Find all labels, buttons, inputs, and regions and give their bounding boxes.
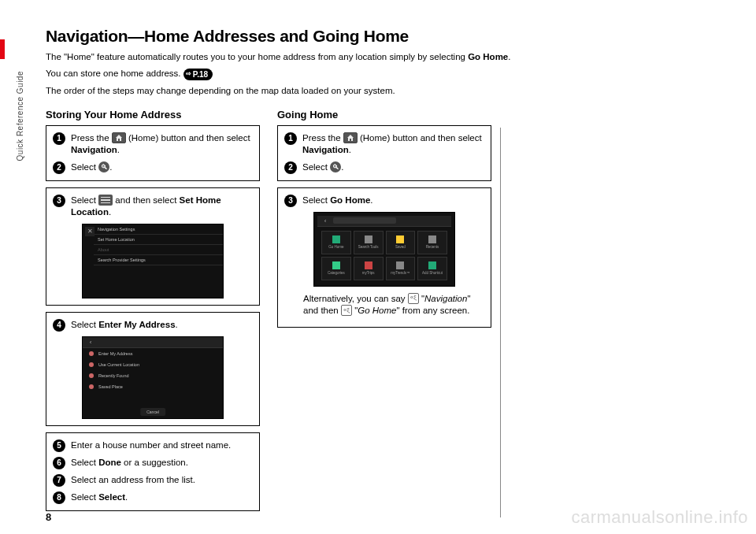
- ss-lbl: Recently Found: [98, 373, 129, 378]
- enter-address-screenshot: ‹ Enter My Address Use Current Location …: [82, 336, 224, 419]
- tile-icon: [365, 261, 372, 269]
- step-text: Enter a house number and street name.: [71, 439, 253, 452]
- step-text: Select Go Home.: [302, 195, 484, 207]
- where-to-screenshot: ‹ Go HomeSearch ToolsSavedRecentsCategor…: [313, 212, 455, 287]
- step-text: Select an address from the list.: [71, 474, 253, 487]
- badge-label: P.18: [193, 69, 208, 80]
- storing-box-4: 5 Enter a house number and street name. …: [46, 432, 260, 511]
- nav-settings-screenshot: ✕ Navigation Settings Set Home Location …: [82, 224, 224, 299]
- ss-row: Enter My Address: [83, 348, 223, 359]
- step-text: Select and then select Set Home Location…: [71, 195, 253, 219]
- step-number-icon: 1: [284, 132, 297, 145]
- ss-tile: Recents: [417, 231, 447, 254]
- t: " from any screen.: [396, 306, 469, 315]
- voice-icon: «ξ: [341, 305, 352, 316]
- intro-text: You can store one home address.: [46, 69, 183, 78]
- t: Done: [98, 458, 121, 467]
- storing-box-2: 3 Select and then select Set Home Locati…: [46, 187, 260, 306]
- voice-icon: «ξ: [408, 293, 419, 304]
- tile-label: myTrends™: [391, 271, 410, 275]
- t: or a suggestion.: [121, 458, 188, 467]
- ss-tile: Categories: [321, 257, 351, 280]
- intro-block: The "Home" feature automatically routes …: [46, 50, 731, 98]
- step-1: 1 Press the (Home) button and then selec…: [53, 132, 253, 157]
- t: Select: [71, 458, 98, 467]
- step-number-icon: 4: [53, 319, 65, 332]
- tile-icon: [396, 235, 404, 243]
- ss-tile: myTrends™: [386, 257, 416, 280]
- tile-icon: [428, 261, 436, 269]
- home-icon: [112, 132, 126, 143]
- t: .: [176, 320, 178, 329]
- t: .: [125, 492, 128, 502]
- step-number-icon: 7: [53, 474, 65, 487]
- t: Enter My Address: [98, 320, 175, 329]
- column-going-home: Going Home 1 Press the (Home) button and…: [277, 109, 491, 517]
- menu-icon: [98, 195, 113, 206]
- tile-icon: [332, 261, 340, 269]
- tile-grid: Go HomeSearch ToolsSavedRecentsCategorie…: [317, 227, 451, 284]
- step-text: Select Select.: [71, 491, 253, 504]
- t: and then select: [113, 195, 179, 205]
- t: Select: [71, 195, 98, 205]
- page-ref-badge: ⇨P.18: [183, 69, 213, 80]
- step-number-icon: 2: [53, 161, 65, 174]
- step-1: 1 Press the (Home) button and then selec…: [284, 132, 484, 157]
- t: ": [419, 294, 424, 303]
- ss-row: About: [94, 245, 223, 255]
- go-home-bold: Go Home: [468, 52, 508, 61]
- step-text: Press the (Home) button and then select …: [302, 132, 484, 157]
- ss-header: ‹: [83, 337, 223, 348]
- ss-lbl: Use Current Location: [98, 362, 139, 367]
- intro-text: The "Home" feature automatically routes …: [46, 52, 468, 61]
- t: Select: [71, 162, 98, 172]
- page-title: Navigation—Home Addresses and Going Home: [46, 27, 731, 46]
- step-number-icon: 3: [284, 195, 297, 207]
- t: Select: [98, 492, 125, 502]
- back-icon: ‹: [86, 337, 95, 347]
- ss-row: Set Home Location: [94, 235, 223, 245]
- step-text: Select 🔍︎.: [71, 161, 253, 174]
- ss-row: Recently Found: [83, 370, 223, 381]
- ss-tile: Add Shortcut: [417, 257, 447, 280]
- step-number-icon: 2: [284, 161, 297, 174]
- ss-search: [333, 217, 396, 224]
- ss-row: Search Provider Settings: [94, 255, 223, 265]
- back-icon: ‹: [321, 216, 330, 225]
- t: (Home) button and then select: [358, 133, 482, 143]
- tile-label: Saved: [395, 245, 406, 249]
- ss-tile: Search Tools: [354, 231, 384, 254]
- columns: Storing Your Home Address 1 Press the (H…: [46, 109, 731, 517]
- tile-label: Categories: [328, 271, 345, 275]
- column-storing: Storing Your Home Address 1 Press the (H…: [46, 109, 260, 517]
- storing-box-3: 4 Select Enter My Address. ‹ Enter My Ad…: [46, 312, 260, 426]
- step-text: Select 🔍︎.: [302, 161, 484, 174]
- close-icon: ✕: [85, 227, 94, 236]
- tile-label: myTrips: [362, 271, 375, 275]
- ss-header: ‹: [317, 216, 451, 227]
- step-text: Select Done or a suggestion.: [71, 457, 253, 469]
- t: Alternatively, you can say: [303, 294, 408, 303]
- t: Select: [302, 162, 330, 172]
- ss-cancel: Cancel: [140, 408, 165, 416]
- step-text: Select Enter My Address.: [71, 319, 253, 332]
- ss-lbl: Saved Place: [98, 384, 123, 389]
- storing-box-1: 1 Press the (Home) button and then selec…: [46, 125, 260, 181]
- ss-tile: Saved: [386, 231, 416, 254]
- step-2: 2 Select 🔍︎.: [284, 161, 484, 174]
- intro-line-3: The order of the steps may change depend…: [46, 84, 731, 98]
- t: Press the: [71, 133, 112, 143]
- t: Select: [302, 195, 330, 205]
- t: .: [109, 207, 111, 217]
- step-8: 8 Select Select.: [53, 491, 253, 504]
- step-number-icon: 8: [53, 491, 65, 504]
- link-arrow-icon: ⇨: [186, 69, 191, 79]
- step-number-icon: 3: [53, 195, 65, 207]
- t: Press the: [302, 133, 343, 143]
- step-text: Press the (Home) button and then select …: [71, 132, 253, 157]
- tile-icon: [332, 235, 340, 243]
- home-icon: [343, 132, 358, 143]
- t: Go Home: [358, 306, 396, 315]
- going-box-2: 3 Select Go Home. ‹ Go HomeSearch ToolsS…: [277, 187, 491, 328]
- heading-storing: Storing Your Home Address: [46, 109, 260, 121]
